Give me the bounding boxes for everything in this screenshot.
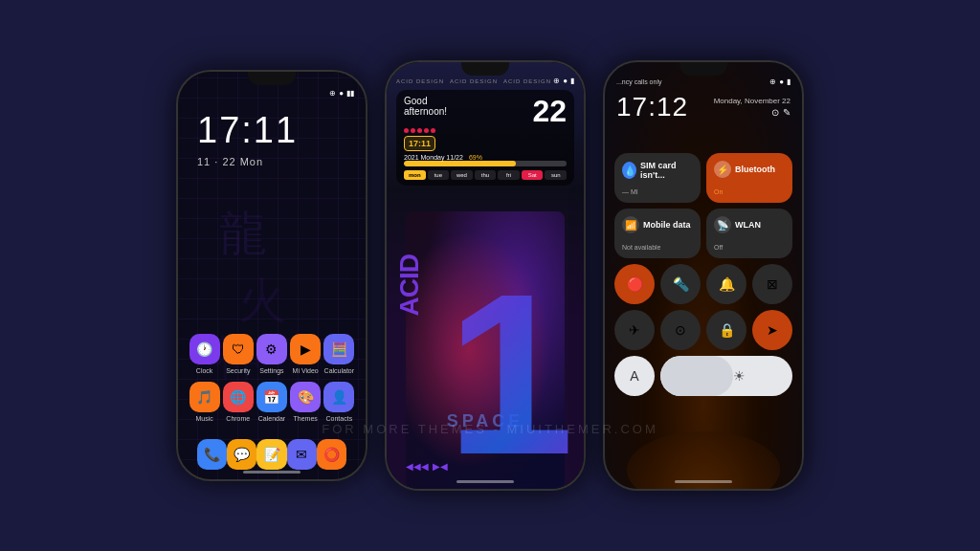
sim-tile[interactable]: 💧 SIM card isn't... — MI <box>614 153 701 203</box>
phone-3-date-icons: ⊙ ✎ <box>771 107 791 118</box>
dot-1 <box>404 128 409 133</box>
wlan-tile[interactable]: 📡 WLAN Off <box>706 209 792 258</box>
app-mivideo[interactable]: ▶ Mi Video <box>289 334 322 374</box>
music-label: Music <box>195 415 212 422</box>
dot-4 <box>424 128 429 133</box>
sim-icon: 💧 <box>622 162 636 179</box>
week-fri[interactable]: fri <box>498 170 520 180</box>
dock-app[interactable]: ⭕ <box>317 439 346 470</box>
dock-phone[interactable]: 📞 <box>197 439 227 470</box>
settings-icon: ⚙ <box>256 334 287 364</box>
app-chrome[interactable]: 🌐 Chrome <box>222 382 255 422</box>
wifi-icon: 📡 <box>714 216 731 233</box>
dock-messages[interactable]: 💬 <box>227 439 256 470</box>
icon-row-1: 🔴 🔦 🔔 ⊠ <box>614 264 792 304</box>
clock-label: Clock <box>196 367 213 374</box>
dock-notes[interactable]: 📝 <box>256 439 286 470</box>
themes-icon: 🎨 <box>290 382 321 412</box>
mobile-tile[interactable]: 📶 Mobile data Not available <box>614 209 701 258</box>
bluetooth-icon-1: ⊕ <box>329 89 336 98</box>
widget-top: Good afternoon! 22 <box>404 96 567 126</box>
status-icons-2: ⊕ ● ▮ <box>553 77 574 85</box>
controls-row-2: 📶 Mobile data Not available 📡 WLAN Off <box>614 209 792 258</box>
app-security[interactable]: 🛡 Security <box>222 334 255 374</box>
clock-icon: 🕐 <box>189 334 220 364</box>
app-music[interactable]: 🎵 Music <box>189 382 221 422</box>
widget-left: Good afternoon! <box>404 96 447 117</box>
app-row-1: 🕐 Clock 🛡 Security ⚙ Settings ▶ <box>188 334 356 374</box>
dock: 📞 💬 📝 ✉ ⭕ <box>178 439 366 470</box>
app-calculator[interactable]: 🧮 Calculator <box>323 334 355 374</box>
controls-row-1: 💧 SIM card isn't... — MI ⚡ Bluetooth On <box>614 153 792 203</box>
week-wed[interactable]: wed <box>451 170 473 180</box>
bluetooth-icon-tile: ⚡ <box>714 161 731 178</box>
mute-btn[interactable]: ⊠ <box>752 264 792 304</box>
app-calendar[interactable]: 📅 Calendar <box>256 382 288 422</box>
phone-2-top-bar: ACID DESIGN ACID DESIGN ACID DESIGN ⊕ ● … <box>396 77 574 85</box>
dots-row <box>404 128 567 133</box>
status-icons-1: ⊕ ● ▮▮ <box>329 89 354 98</box>
record-btn[interactable]: 🔴 <box>614 264 655 304</box>
settings-label: Settings <box>259 367 283 374</box>
dock-email[interactable]: ✉ <box>287 439 317 470</box>
wlan-sub: Off <box>714 244 785 251</box>
lock-btn[interactable]: 🔒 <box>706 310 746 350</box>
app-themes[interactable]: 🎨 Themes <box>289 382 322 422</box>
signal-icon-1: ● <box>339 89 344 98</box>
dot-3 <box>417 128 422 133</box>
notch-1 <box>248 72 296 85</box>
chrome-label: Chrome <box>226 415 250 422</box>
edit-icon-3[interactable]: ✎ <box>783 107 791 118</box>
phone-3-time-row: 17:12 Monday, November 22 ⊙ ✎ <box>616 92 791 122</box>
bluetooth-icon-2: ⊕ <box>553 77 560 85</box>
small-info: 2021 Monday 11/22 69% <box>404 154 567 161</box>
phone-1-date: 11 · 22 Mon <box>178 156 366 167</box>
signal-icon-2: ● <box>563 77 568 85</box>
svg-text:火: 火 <box>238 274 286 327</box>
phone-3-time: 17:12 <box>616 92 688 122</box>
prev-icon[interactable]: ◀◀◀ <box>406 461 429 472</box>
app-contacts[interactable]: 👤 Contacts <box>323 382 355 422</box>
phone-3-date: Monday, November 22 <box>714 97 791 105</box>
flashlight-btn[interactable]: 🔦 <box>660 264 701 304</box>
week-sat[interactable]: Sat <box>522 170 544 180</box>
bluetooth-tile[interactable]: ⚡ Bluetooth On <box>706 153 792 203</box>
a-btn[interactable]: A <box>614 356 655 396</box>
mivideo-label: Mi Video <box>293 367 319 374</box>
bell-btn[interactable]: 🔔 <box>706 264 746 304</box>
brightness-toggle-btn[interactable]: ⊙ <box>660 310 701 350</box>
calendar-label: Calendar <box>258 415 285 422</box>
week-sun[interactable]: sun <box>545 170 567 180</box>
play-controls: ◀◀◀ ▶◀ <box>406 461 448 472</box>
date-info: 2021 Monday 11/22 <box>404 154 463 161</box>
location-btn[interactable]: ➤ <box>752 310 792 350</box>
week-row: mon tue wed thu fri Sat sun <box>404 170 567 180</box>
bluetooth-sub: On <box>714 188 785 195</box>
phone-1-time: 17:11 <box>178 110 366 151</box>
airplane-btn[interactable]: ✈ <box>614 310 655 350</box>
calendar-icon-3[interactable]: ⊙ <box>771 107 779 118</box>
bluetooth-status-icon: ⊕ <box>769 77 776 86</box>
week-tue[interactable]: tue <box>428 170 450 180</box>
mobile-tile-top: 📶 Mobile data <box>622 216 693 233</box>
app-clock[interactable]: 🕐 Clock <box>189 334 221 374</box>
brightness-slider[interactable]: ☀ <box>660 356 792 396</box>
play-icon[interactable]: ▶◀ <box>433 461 448 472</box>
brand-label-3: ACID DESIGN <box>503 78 551 84</box>
phone-2-brand: ACID DESIGN ACID DESIGN ACID DESIGN <box>396 78 551 84</box>
greeting-text: Good <box>404 96 447 106</box>
contacts-label: Contacts <box>326 415 353 422</box>
watermark-text: FOR MORE THEMES - MIUITHEMER.COM <box>322 422 657 436</box>
phone-3-header: ...ncy calls only ⊕ ● ▮ 17:12 Monday, No… <box>605 77 802 122</box>
wlan-title: WLAN <box>735 220 761 230</box>
week-mon[interactable]: mon <box>404 170 426 180</box>
phone-2-acid-text: ACID <box>394 254 425 316</box>
chrome-icon: 🌐 <box>223 382 254 412</box>
app-settings[interactable]: ⚙ Settings <box>256 334 288 374</box>
sim-tile-top: 💧 SIM card isn't... <box>622 161 693 180</box>
home-indicator-3 <box>675 480 732 483</box>
calculator-icon: 🧮 <box>323 334 354 364</box>
greeting-text-2: afternoon! <box>404 106 447 117</box>
week-thu[interactable]: thu <box>475 170 497 180</box>
phones-container: 龍 火 神 ⊕ ● ▮▮ 17:11 11 · 22 Mon <box>0 0 980 551</box>
